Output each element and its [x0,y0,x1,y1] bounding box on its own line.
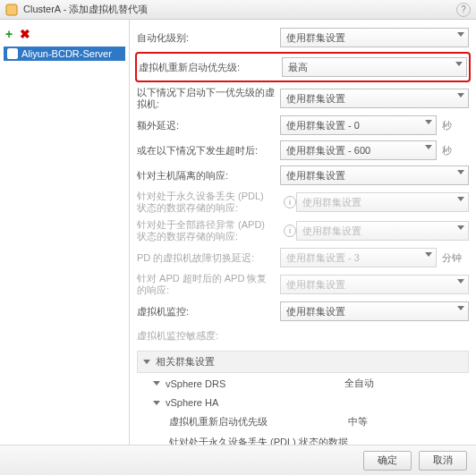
left-panel: + ✖ Aliyun-BCDR-Server [0,20,130,445]
ha-row[interactable]: vSphere HA [137,394,469,411]
restart-priority-label: 虚拟机重新启动优先级: [139,62,282,73]
chevron-down-icon [457,170,464,174]
auto-level-label: 自动化级别: [137,32,280,44]
server-item[interactable]: Aliyun-BCDR-Server [4,47,125,61]
chevron-down-icon [457,32,464,37]
next-priority-select[interactable]: 使用群集设置 [280,89,469,108]
chevron-down-icon [425,145,432,149]
vm-monitor-sensitivity-label: 虚拟机监控敏感度: [137,330,280,342]
timeout-after-select[interactable]: 使用群集设置 - 600 [280,140,437,160]
chevron-down-icon [457,197,464,201]
pd-switch-delay-label: PD 的虚拟机故障切换延迟: [137,252,280,264]
window-titlebar: ClusterA - 添加虚拟机替代项 ? [0,0,476,20]
svg-rect-0 [6,4,17,15]
add-icon[interactable]: + [5,27,13,41]
cancel-button[interactable]: 取消 [419,451,467,471]
drs-label: vSphere DRS [166,378,344,389]
chevron-down-icon [153,401,160,405]
chevron-down-icon [457,306,464,310]
pdl-datastore-label: 针对处于永久设备丢失 (PDL) 状态的数据存储的响应: [137,191,280,214]
help-tip-icon[interactable]: i [284,225,296,237]
chevron-down-icon [457,93,464,98]
extra-delay-select[interactable]: 使用群集设置 - 0 [280,115,437,135]
chevron-down-icon [425,252,432,257]
timeout-after-suffix: 秒 [442,144,469,157]
dialog-footer: 确定 取消 [0,445,476,475]
pd-switch-delay-suffix: 分钟 [442,251,469,265]
chevron-down-icon [455,62,463,66]
ok-button[interactable]: 确定 [363,451,412,471]
ha-restart-label: 虚拟机重新启动优先级 [169,415,348,428]
chevron-down-icon [143,360,150,364]
related-cluster-title: 相关群集设置 [156,355,215,369]
apd-all-paths-label: 针对处于全部路径异常 (APD) 状态的数据存储的响应: [137,219,280,242]
extra-delay-label: 额外延迟: [137,120,280,131]
ha-restart-row: 虚拟机重新启动优先级 中等 [137,411,469,432]
ha-restart-value: 中等 [348,415,368,428]
next-priority-label: 以下情况下启动下一优先级的虚拟机: [137,87,280,110]
apd-recovery-label: 针对 APD 超时后的 APD 恢复的响应: [137,273,280,296]
extra-delay-suffix: 秒 [442,119,469,132]
auto-level-select[interactable]: 使用群集设置 [280,28,469,47]
restart-priority-select[interactable]: 最高 [282,57,467,77]
vm-monitoring-select[interactable]: 使用群集设置 [280,301,469,321]
pd-switch-delay-select[interactable]: 使用群集设置 - 3 [280,248,437,267]
drs-row[interactable]: vSphere DRS 全自动 [137,373,469,394]
chevron-down-icon [425,120,432,124]
help-tip-icon[interactable]: i [284,196,296,208]
remove-icon[interactable]: ✖ [20,27,30,41]
server-icon [7,48,18,59]
apd-recovery-select[interactable]: 使用群集设置 [280,275,469,294]
timeout-after-label: 或在以下情况下发生超时后: [137,145,280,157]
drs-value: 全自动 [344,377,374,390]
help-icon[interactable]: ? [456,3,471,17]
ha-pdl-label: 针对处于永久设备丢失 (PDL) 状态的数据存储的响应 [169,436,348,445]
chevron-down-icon [153,381,160,386]
vm-monitoring-label: 虚拟机监控: [137,306,280,318]
server-label: Aliyun-BCDR-Server [21,48,112,59]
ha-pdl-row: 针对处于永久设备丢失 (PDL) 状态的数据存储的响应 已禁用 [137,432,469,445]
host-isolation-label: 针对主机隔离的响应: [137,170,280,182]
restart-priority-highlight: 虚拟机重新启动优先级: 最高 [135,52,471,82]
cluster-icon [5,4,18,16]
settings-panel: 自动化级别: 使用群集设置 虚拟机重新启动优先级: 最高 以下情况下启动下一优先… [130,20,476,445]
apd-all-paths-select[interactable]: 使用群集设置 [296,221,469,241]
chevron-down-icon [457,279,464,284]
chevron-down-icon [457,225,464,230]
related-cluster-header[interactable]: 相关群集设置 [137,351,469,373]
window-title: ClusterA - 添加虚拟机替代项 [23,3,456,16]
pdl-datastore-select[interactable]: 使用群集设置 [296,192,469,212]
host-isolation-select[interactable]: 使用群集设置 [280,165,469,185]
ha-label: vSphere HA [166,397,344,408]
